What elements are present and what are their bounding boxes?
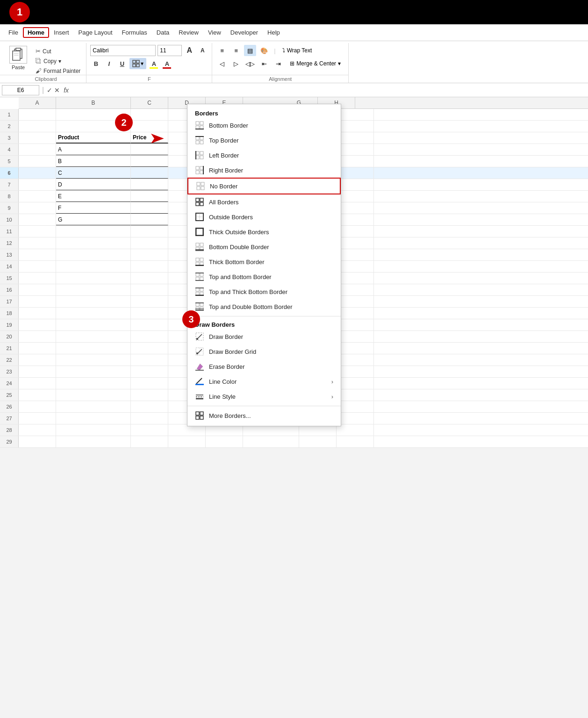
thick-bottom-border-item[interactable]: Thick Bottom Border bbox=[187, 254, 341, 269]
cell-c7[interactable] bbox=[131, 179, 168, 190]
more-borders-item[interactable]: More Borders... bbox=[187, 408, 341, 423]
menu-data[interactable]: Data bbox=[152, 27, 174, 38]
cell-reference-input[interactable] bbox=[2, 85, 39, 95]
cell-b27[interactable] bbox=[56, 413, 131, 424]
cell-c21[interactable] bbox=[131, 343, 168, 354]
wrap-text-button[interactable]: ⤵ Wrap Text bbox=[280, 45, 315, 56]
paste-button[interactable]: Paste bbox=[6, 45, 31, 71]
align-left-btn[interactable]: ◁ bbox=[216, 58, 228, 69]
menu-insert[interactable]: Insert bbox=[49, 27, 74, 38]
col-header-a[interactable]: A bbox=[19, 97, 56, 108]
cell-b25[interactable] bbox=[56, 389, 131, 401]
cell-a29[interactable] bbox=[19, 436, 56, 447]
font-color-btn[interactable]: A bbox=[161, 58, 172, 69]
col-header-c[interactable]: C bbox=[131, 97, 168, 108]
cell-b22[interactable] bbox=[56, 354, 131, 366]
align-top-left-btn[interactable]: ≡ bbox=[216, 45, 228, 56]
font-increase-btn[interactable]: A bbox=[184, 45, 195, 56]
draw-border-item[interactable]: Draw Border bbox=[187, 329, 341, 344]
top-double-bottom-border-item[interactable]: Top and Double Bottom Border bbox=[187, 299, 341, 314]
cell-c15[interactable] bbox=[131, 273, 168, 284]
checkmark-icon[interactable]: ✓ bbox=[47, 86, 52, 94]
cell-b10[interactable]: G bbox=[56, 214, 131, 225]
align-top-center-btn[interactable]: ≡ bbox=[230, 45, 242, 56]
cell-b12[interactable] bbox=[56, 237, 131, 249]
cell-h7[interactable] bbox=[337, 179, 374, 190]
line-style-item[interactable]: Line Style › bbox=[187, 389, 341, 404]
cell-a4[interactable] bbox=[19, 144, 56, 155]
outside-borders-item[interactable]: Outside Borders bbox=[187, 209, 341, 224]
all-borders-item[interactable]: All Borders bbox=[187, 194, 341, 209]
cell-g29[interactable] bbox=[299, 436, 337, 447]
cell-b17[interactable] bbox=[56, 296, 131, 307]
cell-h23[interactable] bbox=[337, 366, 374, 377]
align-center-btn[interactable]: ▷ bbox=[230, 58, 242, 69]
formula-input[interactable] bbox=[72, 85, 586, 95]
cell-a3[interactable] bbox=[19, 132, 56, 144]
cell-b23[interactable] bbox=[56, 366, 131, 377]
cell-f29[interactable] bbox=[243, 436, 299, 447]
cell-b24[interactable] bbox=[56, 378, 131, 389]
cut-button[interactable]: ✂ Cut bbox=[34, 47, 82, 56]
cell-a11[interactable] bbox=[19, 226, 56, 237]
cell-e29[interactable] bbox=[206, 436, 243, 447]
cell-h20[interactable] bbox=[337, 331, 374, 342]
cell-c12[interactable] bbox=[131, 237, 168, 249]
cell-b15[interactable] bbox=[56, 273, 131, 284]
cell-c17[interactable] bbox=[131, 296, 168, 307]
cell-a25[interactable] bbox=[19, 389, 56, 401]
col-header-b[interactable]: B bbox=[56, 97, 131, 108]
menu-developer[interactable]: Developer bbox=[226, 27, 263, 38]
cell-a17[interactable] bbox=[19, 296, 56, 307]
cell-c8[interactable] bbox=[131, 191, 168, 202]
thick-outside-borders-item[interactable]: Thick Outside Borders bbox=[187, 224, 341, 239]
cell-c6[interactable] bbox=[131, 167, 168, 179]
fill-color-btn[interactable]: A bbox=[148, 58, 159, 69]
cell-c1[interactable] bbox=[131, 109, 168, 120]
cell-b29[interactable] bbox=[56, 436, 131, 447]
cell-b11[interactable] bbox=[56, 226, 131, 237]
cell-c5[interactable] bbox=[131, 156, 168, 167]
underline-button[interactable]: U bbox=[116, 58, 128, 69]
align-top-right-btn[interactable]: ▤ bbox=[244, 45, 256, 56]
cell-c18[interactable] bbox=[131, 308, 168, 319]
draw-border-grid-item[interactable]: Draw Border Grid bbox=[187, 344, 341, 359]
cell-d29[interactable] bbox=[168, 436, 206, 447]
font-size-input[interactable] bbox=[158, 45, 182, 56]
cell-h2[interactable] bbox=[337, 121, 374, 132]
cell-h5[interactable] bbox=[337, 156, 374, 167]
cell-h3[interactable] bbox=[337, 132, 374, 144]
cell-b16[interactable] bbox=[56, 284, 131, 295]
menu-formulas[interactable]: Formulas bbox=[117, 27, 152, 38]
cell-c16[interactable] bbox=[131, 284, 168, 295]
cell-c20[interactable] bbox=[131, 331, 168, 342]
cell-a16[interactable] bbox=[19, 284, 56, 295]
cell-a8[interactable] bbox=[19, 191, 56, 202]
cell-b5[interactable]: B bbox=[56, 156, 131, 167]
cell-a13[interactable] bbox=[19, 249, 56, 260]
cell-a12[interactable] bbox=[19, 237, 56, 249]
cell-a15[interactable] bbox=[19, 273, 56, 284]
cell-a20[interactable] bbox=[19, 331, 56, 342]
cell-a22[interactable] bbox=[19, 354, 56, 366]
cell-a1[interactable] bbox=[19, 109, 56, 120]
cell-h29[interactable] bbox=[337, 436, 374, 447]
cell-a14[interactable] bbox=[19, 261, 56, 272]
cell-h8[interactable] bbox=[337, 191, 374, 202]
cell-a5[interactable] bbox=[19, 156, 56, 167]
merge-center-button[interactable]: ⊞ Merge & Center ▾ bbox=[286, 58, 344, 69]
cell-a23[interactable] bbox=[19, 366, 56, 377]
cell-a2[interactable] bbox=[19, 121, 56, 132]
cell-c24[interactable] bbox=[131, 378, 168, 389]
cell-a19[interactable] bbox=[19, 319, 56, 330]
paint-bucket-btn[interactable]: 🎨 bbox=[258, 45, 270, 56]
cell-h27[interactable] bbox=[337, 413, 374, 424]
cell-h18[interactable] bbox=[337, 308, 374, 319]
cell-b21[interactable] bbox=[56, 343, 131, 354]
cell-a6[interactable] bbox=[19, 167, 56, 179]
cell-h21[interactable] bbox=[337, 343, 374, 354]
bottom-border-item[interactable]: Bottom Border bbox=[187, 118, 341, 133]
cell-c22[interactable] bbox=[131, 354, 168, 366]
cell-a7[interactable] bbox=[19, 179, 56, 190]
cell-h17[interactable] bbox=[337, 296, 374, 307]
